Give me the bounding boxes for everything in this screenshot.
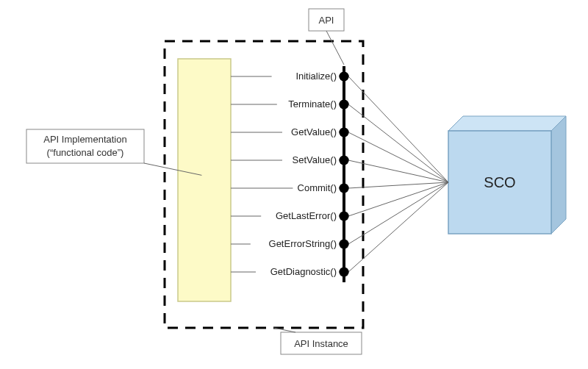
method-port: [340, 100, 349, 110]
sco-cube-side: [551, 116, 566, 234]
method-port: [340, 240, 349, 249]
method-port: [340, 128, 349, 137]
method-port: [340, 72, 349, 82]
method-connector: [348, 132, 448, 182]
sco-cube-top: [448, 116, 566, 131]
method-port: [340, 156, 349, 165]
method-port: [340, 268, 349, 277]
method-label: GetValue(): [291, 126, 337, 137]
method-label: SetValue(): [293, 154, 337, 165]
method-label: Initialize(): [295, 71, 337, 82]
method-label: GetDiagnostic(): [270, 266, 337, 277]
api-impl-label-line2: (“functional code”): [47, 147, 124, 158]
method-label: Commit(): [298, 182, 337, 193]
api-leader: [326, 31, 344, 65]
method-port: [340, 212, 349, 221]
diagram-canvas: SCOInitialize()Terminate()GetValue()SetV…: [0, 0, 588, 369]
method-label: Terminate(): [288, 98, 337, 110]
api-label: API: [319, 15, 334, 26]
api-implementation-block: [178, 59, 231, 301]
method-label: GetErrorString(): [269, 238, 337, 249]
api-impl-label-line1: API Implementation: [43, 134, 126, 145]
api-instance-label: API Instance: [294, 338, 348, 349]
sco-label: SCO: [484, 174, 515, 190]
method-label: GetLastError(): [276, 210, 337, 221]
method-port: [340, 184, 349, 193]
